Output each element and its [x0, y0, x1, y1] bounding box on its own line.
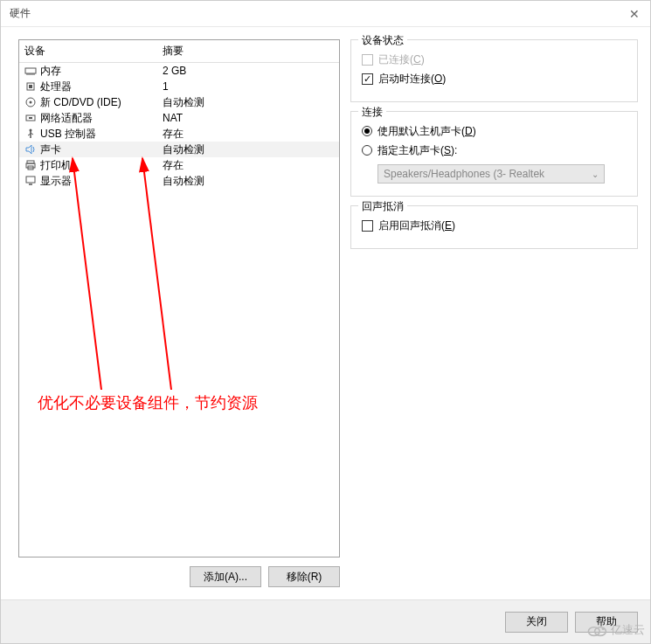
- echo-group: 回声抵消 启用回声抵消(E): [350, 205, 638, 249]
- device-summary: 存在: [157, 158, 339, 173]
- connection-group: 连接 使用默认主机声卡(D) 指定主机声卡(S): Speakers/Headp…: [350, 111, 638, 197]
- device-label: 声卡: [40, 142, 61, 157]
- device-status-group: 设备状态 已连接(C) ✓ 启动时连接(O): [350, 39, 638, 102]
- enable-echo-checkbox[interactable]: [362, 220, 373, 232]
- device-label: USB 控制器: [40, 127, 96, 142]
- content-area: 设备 摘要 内存 2 GB 处理器 1: [1, 27, 650, 599]
- memory-icon: [24, 65, 37, 77]
- device-summary: 自动检测: [157, 95, 339, 110]
- group-title-echo: 回声抵消: [358, 199, 407, 214]
- connected-line: 已连接(C): [362, 51, 627, 68]
- device-label: 打印机: [40, 158, 72, 173]
- connected-checkbox: [362, 54, 373, 66]
- left-button-row: 添加(A)... 移除(R): [18, 566, 340, 587]
- specify-radio[interactable]: [362, 145, 372, 156]
- device-label: 处理器: [40, 80, 72, 94]
- device-label: 新 CD/DVD (IDE): [40, 95, 121, 110]
- title-bar: 硬件 ✕: [1, 1, 650, 27]
- header-device[interactable]: 设备: [19, 40, 157, 62]
- chevron-down-icon: ⌄: [592, 170, 599, 179]
- close-icon[interactable]: ✕: [627, 7, 641, 21]
- display-icon: [24, 175, 37, 187]
- specify-line[interactable]: 指定主机声卡(S):: [362, 142, 627, 159]
- connect-start-line[interactable]: ✓ 启动时连接(O): [362, 70, 627, 87]
- svg-rect-11: [29, 117, 32, 119]
- enable-echo-label: 启用回声抵消(E): [378, 218, 455, 233]
- specify-label: 指定主机声卡(S):: [377, 143, 457, 158]
- device-summary: 自动检测: [157, 142, 339, 157]
- device-label: 内存: [40, 64, 61, 79]
- device-row-display[interactable]: 显示器 自动检测: [19, 173, 339, 189]
- connected-label: 已连接(C): [378, 52, 425, 67]
- device-list-panel: 设备 摘要 内存 2 GB 处理器 1: [18, 39, 340, 557]
- use-default-radio[interactable]: [362, 126, 372, 136]
- use-default-label: 使用默认主机声卡(D): [377, 124, 476, 139]
- connect-at-start-checkbox[interactable]: ✓: [362, 73, 373, 85]
- cpu-icon: [24, 80, 37, 93]
- usb-icon: [24, 128, 37, 140]
- enable-echo-line[interactable]: 启用回声抵消(E): [362, 217, 627, 234]
- device-row-network[interactable]: 网络适配器 NAT: [19, 110, 339, 126]
- device-row-cpu[interactable]: 处理器 1: [19, 79, 339, 94]
- device-summary: 1: [157, 80, 339, 93]
- remove-button[interactable]: 移除(R): [268, 566, 340, 587]
- window-title: 硬件: [10, 6, 31, 21]
- svg-rect-19: [26, 177, 35, 183]
- device-row-cddvd[interactable]: 新 CD/DVD (IDE) 自动检测: [19, 94, 339, 110]
- device-row-printer[interactable]: 打印机 存在: [19, 157, 339, 173]
- dialog-footer: 关闭 帮助: [1, 599, 650, 643]
- use-default-line[interactable]: 使用默认主机声卡(D): [362, 122, 627, 140]
- close-button[interactable]: 关闭: [505, 612, 568, 633]
- add-button[interactable]: 添加(A)...: [190, 566, 261, 587]
- header-summary[interactable]: 摘要: [157, 40, 339, 62]
- svg-point-9: [30, 101, 32, 104]
- svg-rect-7: [29, 85, 32, 88]
- svg-rect-0: [25, 68, 36, 73]
- device-row-usb[interactable]: USB 控制器 存在: [19, 126, 339, 142]
- sound-device-select: Speakers/Headphones (3- Realtek ⌄: [377, 164, 605, 184]
- hardware-dialog: 硬件 ✕ 设备 摘要 内存 2 GB: [0, 0, 651, 644]
- device-label: 显示器: [40, 174, 72, 189]
- device-row-memory[interactable]: 内存 2 GB: [19, 63, 339, 79]
- printer-icon: [24, 159, 37, 171]
- group-title-connection: 连接: [358, 105, 386, 120]
- device-summary: 2 GB: [157, 65, 339, 77]
- sound-icon: [24, 143, 37, 156]
- network-icon: [24, 112, 37, 124]
- select-value: Speakers/Headphones (3- Realtek: [384, 168, 544, 180]
- device-label: 网络适配器: [40, 111, 93, 126]
- device-summary: 存在: [157, 127, 339, 142]
- device-summary: 自动检测: [157, 174, 339, 189]
- device-list-header: 设备 摘要: [19, 40, 339, 63]
- connect-at-start-label: 启动时连接(O): [378, 72, 446, 87]
- device-row-sound[interactable]: 声卡 自动检测: [19, 142, 339, 157]
- device-summary: NAT: [157, 112, 339, 124]
- right-settings-panel: 设备状态 已连接(C) ✓ 启动时连接(O) 连接 使用默认主机声卡(D): [350, 39, 638, 587]
- help-button[interactable]: 帮助: [575, 612, 638, 633]
- disc-icon: [24, 96, 37, 108]
- group-title-status: 设备状态: [358, 33, 407, 48]
